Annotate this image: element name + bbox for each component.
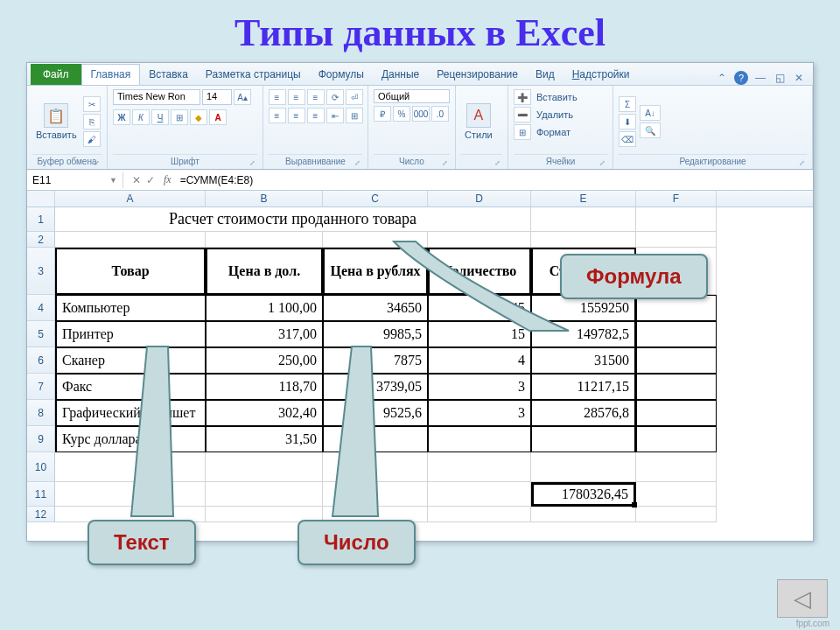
align-center-button[interactable]: ≡ (288, 108, 305, 123)
cell-price-rub[interactable]: 7875 (323, 347, 428, 374)
window-minimize-icon[interactable]: — (753, 71, 767, 85)
inc-decimal-button[interactable]: .0 (431, 106, 449, 122)
cell-price-usd[interactable]: 1 100,00 (206, 295, 323, 321)
cell-cost[interactable] (531, 426, 636, 452)
styles-button[interactable]: A Стили (461, 102, 496, 142)
select-all-corner[interactable] (27, 191, 55, 206)
name-box[interactable]: E11▼ (27, 172, 123, 188)
cell-cost[interactable]: 11217,15 (531, 374, 636, 400)
format-painter-button[interactable]: 🖌 (83, 131, 101, 147)
font-name-select[interactable]: Times New Ron (113, 89, 200, 105)
cell-product[interactable]: Курс доллара (55, 426, 206, 452)
percent-button[interactable]: % (393, 106, 410, 122)
thousands-button[interactable]: 000 (412, 106, 430, 122)
indent-dec-button[interactable]: ⇤ (326, 108, 344, 123)
col-header-f[interactable]: F (636, 191, 717, 206)
cell-qty[interactable]: 15 (428, 321, 531, 347)
underline-button[interactable]: Ч (151, 109, 169, 125)
col-header-e[interactable]: E (531, 191, 636, 206)
cell-product[interactable]: Факс (55, 374, 206, 400)
header-product[interactable]: Товар (55, 248, 206, 295)
cancel-formula-icon[interactable]: ✕ (132, 174, 141, 186)
orientation-button[interactable]: ⟳ (326, 89, 344, 105)
italic-button[interactable]: К (132, 109, 150, 125)
tab-insert[interactable]: Вставка (140, 65, 197, 85)
grow-font-button[interactable]: A▴ (234, 89, 251, 105)
tab-data[interactable]: Данные (373, 65, 428, 85)
header-quantity[interactable]: Количество (428, 248, 531, 295)
clear-button[interactable]: ⌫ (619, 131, 636, 147)
cell-price-usd[interactable]: 31,50 (206, 426, 323, 452)
cell-price-usd[interactable]: 302,40 (206, 400, 323, 426)
cell-qty[interactable]: 4 (428, 347, 531, 374)
window-restore-icon[interactable]: ◱ (773, 71, 787, 85)
delete-cells-button[interactable]: ➖Удалить (514, 107, 607, 122)
window-close-icon[interactable]: ✕ (792, 71, 806, 85)
paste-button[interactable]: 📋 Вставить (32, 102, 80, 142)
font-color-button[interactable]: A (209, 109, 227, 125)
cell-product[interactable]: Сканер (55, 347, 206, 374)
formula-input[interactable]: =СУММ(E4:E8) (177, 172, 813, 188)
cell-price-rub[interactable] (323, 426, 428, 452)
autosum-button[interactable]: Σ (619, 96, 636, 112)
wrap-text-button[interactable]: ⏎ (346, 89, 363, 105)
col-header-c[interactable]: C (323, 191, 428, 206)
cell-product[interactable]: Графический планшет (55, 400, 206, 426)
fx-icon[interactable]: fx (164, 173, 172, 186)
number-format-select[interactable]: Общий (374, 89, 450, 103)
merge-button[interactable]: ⊞ (346, 108, 363, 123)
bold-button[interactable]: Ж (113, 109, 130, 125)
header-price-usd[interactable]: Цена в дол. (206, 248, 323, 295)
tab-file[interactable]: Файл (31, 64, 81, 85)
align-top-button[interactable]: ≡ (269, 89, 286, 105)
col-header-a[interactable]: A (55, 191, 206, 206)
align-middle-button[interactable]: ≡ (288, 89, 305, 105)
tab-view[interactable]: Вид (527, 65, 564, 85)
tab-review[interactable]: Рецензирование (428, 65, 527, 85)
header-price-rub[interactable]: Цена в рублях (323, 248, 428, 295)
align-left-button[interactable]: ≡ (269, 108, 286, 123)
insert-cells-button[interactable]: ➕Вставить (514, 89, 607, 105)
cell-price-rub[interactable]: 9525,6 (323, 400, 428, 426)
currency-button[interactable]: ₽ (374, 106, 391, 122)
cell-price-usd[interactable]: 118,70 (206, 374, 323, 400)
sort-button[interactable]: A↓ (640, 105, 661, 121)
help-icon[interactable]: ? (734, 71, 748, 85)
cell-qty[interactable]: 3 (428, 400, 531, 426)
copy-button[interactable]: ⎘ (83, 114, 101, 130)
align-right-button[interactable]: ≡ (307, 108, 325, 123)
prev-slide-button[interactable]: ◁ (777, 579, 828, 618)
tab-page-layout[interactable]: Разметка страницы (197, 65, 310, 85)
cell-cost[interactable]: 149782,5 (531, 321, 636, 347)
cut-button[interactable]: ✂ (83, 96, 101, 112)
col-header-d[interactable]: D (428, 191, 531, 206)
border-button[interactable]: ⊞ (171, 109, 188, 125)
cell-product[interactable]: Компьютер (55, 295, 206, 321)
col-header-b[interactable]: B (206, 191, 323, 206)
cell-price-rub[interactable]: 3739,05 (323, 374, 428, 400)
fill-color-button[interactable]: ◆ (190, 109, 207, 125)
sheet-title[interactable]: Расчет стоимости проданного товара (55, 207, 531, 232)
cell-qty[interactable]: 45 (428, 295, 531, 321)
cell-price-rub[interactable]: 9985,5 (323, 321, 428, 347)
cell-cost[interactable]: 28576,8 (531, 400, 636, 426)
font-size-select[interactable]: 14 (202, 89, 232, 105)
find-button[interactable]: 🔍 (640, 122, 661, 138)
tab-home[interactable]: Главная (81, 64, 141, 85)
accept-formula-icon[interactable]: ✓ (146, 174, 155, 186)
tab-addins[interactable]: Надстройки (564, 65, 639, 85)
fill-button[interactable]: ⬇ (619, 114, 636, 130)
tab-formulas[interactable]: Формулы (310, 65, 373, 85)
total-cell[interactable]: 1780326,45 (531, 482, 636, 507)
align-bottom-button[interactable]: ≡ (307, 89, 325, 105)
cell-qty[interactable]: 3 (428, 374, 531, 400)
cell-price-usd[interactable]: 250,00 (206, 347, 323, 374)
cell-qty[interactable] (428, 426, 531, 452)
sheet-area[interactable]: A B C D E F 1 Расчет стоимости проданног… (27, 191, 813, 522)
cell-product[interactable]: Принтер (55, 321, 206, 347)
cell-price-usd[interactable]: 317,00 (206, 321, 323, 347)
cell-price-rub[interactable]: 34650 (323, 295, 428, 321)
cell-cost[interactable]: 31500 (531, 347, 636, 374)
minimize-ribbon-icon[interactable]: ⌃ (715, 71, 729, 85)
format-cells-button[interactable]: ⊞Формат (514, 124, 607, 140)
